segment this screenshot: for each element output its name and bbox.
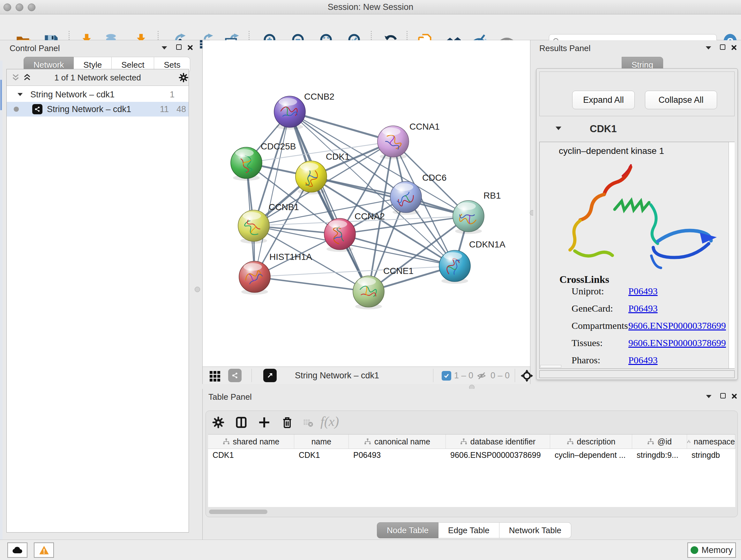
table-cell[interactable]: stringdb [687,449,735,461]
network-type-icon [32,104,43,114]
column-header-canonical-name[interactable]: canonical name [349,435,446,449]
gene-details-box: cyclin–dependent kinase 1 CrossLinks Uni… [539,142,735,369]
node-CCNA1[interactable] [378,126,409,157]
results-horizontal-scroll-thumb[interactable] [540,365,561,368]
table-cell[interactable]: CDK1 [208,449,294,461]
results-panel-title: Results Panel [539,44,590,53]
gear-icon[interactable] [179,72,189,83]
control-panel-float-icon[interactable] [162,46,167,50]
column-header-label: namespace [694,437,735,446]
table-cell[interactable]: P06493 [349,449,446,461]
control-panel-close-icon[interactable] [187,45,193,51]
expand-all-button[interactable]: Expand All [572,91,635,109]
open-in-window-icon[interactable] [263,369,277,382]
crosslink-link[interactable]: P06493 [628,286,658,297]
crosslink-label: GeneCard: [571,303,613,314]
network-selection-bar: 1 of 1 Network selected [7,69,189,86]
column-header-name[interactable]: name [294,435,349,449]
gene-expander-icon[interactable] [556,127,561,130]
network-share-icon[interactable] [228,369,242,382]
results-panel-float-icon[interactable] [706,46,711,50]
cloud-button[interactable] [7,543,27,558]
tab-edge-table[interactable]: Edge Table [439,522,499,538]
separator [515,369,515,382]
column-header-database-identifier[interactable]: database identifier [446,435,550,449]
tab-network-table[interactable]: Network Table [499,522,571,538]
table-cell[interactable]: CDK1 [294,449,349,461]
control-panel-maximize-icon[interactable] [176,44,182,50]
node-RB1[interactable] [453,200,484,232]
crosslink-link[interactable]: 9606.ENSP00000378699 [628,337,726,348]
crosslinks-list: Uniprot:P06493GeneCard:P06493Compartment… [540,286,735,366]
crosslink-row: Tissues:9606.ENSP00000378699 [540,337,735,351]
node-CCNA2[interactable] [324,219,355,250]
crosslink-row: Uniprot:P06493 [540,286,735,299]
results-panel-close-icon[interactable] [731,45,737,51]
crosslink-row: Pharos:P06493 [540,355,735,368]
warnings-button[interactable] [34,543,54,558]
node-CDKN1A[interactable] [439,250,470,282]
minimized-panel-strip [0,61,3,540]
crosslink-label: Uniprot: [571,286,604,297]
node-CCNB1[interactable] [238,210,269,241]
column-header-shared-name[interactable]: shared name [208,435,294,449]
table-tabs: Node TableEdge TableNetwork Table [377,522,571,538]
current-network-dot-icon [14,107,19,112]
control-panel: Control Panel NetworkStyleSelectSets 1 o… [3,40,192,540]
node-label-CCNB2: CCNB2 [304,91,334,102]
add-column-icon[interactable] [256,415,272,430]
control-panel-title: Control Panel [10,44,60,53]
network-collection-row[interactable]: String Network – cdk1 1 [7,87,189,102]
tab-node-table[interactable]: Node Table [377,522,439,538]
collapse-all-button[interactable]: Collapse All [645,91,717,109]
table-cell[interactable]: stringdb:9... [632,449,687,461]
gene-section-header[interactable]: CDK1 [539,119,735,140]
node-label-CDKN1A: CDKN1A [469,240,506,249]
birds-eye-crosshair-icon[interactable] [521,369,533,383]
crosslink-label: Tissues: [571,337,603,348]
results-panel-maximize-icon[interactable] [720,44,725,50]
table-panel-close-icon[interactable] [731,393,737,399]
memory-button[interactable]: Memory [687,543,736,558]
scroll-thumb[interactable] [209,509,267,514]
table-panel-float-icon[interactable] [706,395,712,398]
edge-CCNB2-CCNE1[interactable] [290,112,368,292]
node-CDC6[interactable] [390,181,421,212]
column-header-namespace[interactable]: namespace [687,435,735,449]
table-cell[interactable]: cyclin–dependent ... [550,449,632,461]
delete-column-icon[interactable] [279,415,295,430]
table-panel-maximize-icon[interactable] [720,393,726,398]
node-CCNE1[interactable] [353,276,384,307]
node-label-CCNA1: CCNA1 [409,122,440,132]
network-edge-count: 48 [173,105,186,114]
selected-checkbox[interactable] [442,371,451,381]
column-header-label: name [312,437,332,446]
column-header-id[interactable]: @id [632,435,687,449]
crosslinks-title: CrossLinks [559,273,609,286]
column-header-description[interactable]: description [550,435,632,449]
grid-view-icon[interactable] [210,371,220,381]
table-horizontal-scrollbar[interactable] [208,508,735,515]
selected-count: 1 – 0 [454,371,473,381]
crosslink-link[interactable]: 9606.ENSP00000378699 [628,320,726,331]
crosslink-link[interactable]: P06493 [628,303,658,314]
results-buttons-box: Expand All Collapse All [539,71,735,116]
edge-HIST1H1A-CCNE1[interactable] [255,277,368,292]
node-CDK1[interactable] [295,161,327,192]
network-canvas[interactable]: CCNB2CCNA1CDC25BCDK1CDC6RB1CCNB1CCNA2CDK… [202,40,530,367]
node-CDC25B[interactable] [231,147,262,179]
hidden-eye-slash-icon[interactable] [476,371,487,382]
node-table: shared namenamecanonical namedatabase id… [208,434,735,507]
left-splitter-handle[interactable] [195,287,200,292]
table-data-row[interactable]: CDK1CDK1P064939606.ENSP00000378699cyclin… [208,449,735,461]
table-cell[interactable]: 9606.ENSP00000378699 [446,449,550,461]
current-network-name: String Network – cdk1 [295,371,379,381]
collection-expander-icon[interactable] [17,93,23,96]
crosslink-link[interactable]: P06493 [628,355,658,366]
results-vertical-scrollbar[interactable] [729,142,735,368]
node-HIST1H1A[interactable] [239,261,270,293]
show-columns-icon[interactable] [233,415,249,430]
table-gear-icon[interactable] [210,415,226,430]
node-CCNB2[interactable] [274,96,306,127]
network-row[interactable]: String Network – cdk1 11 48 [7,102,189,117]
